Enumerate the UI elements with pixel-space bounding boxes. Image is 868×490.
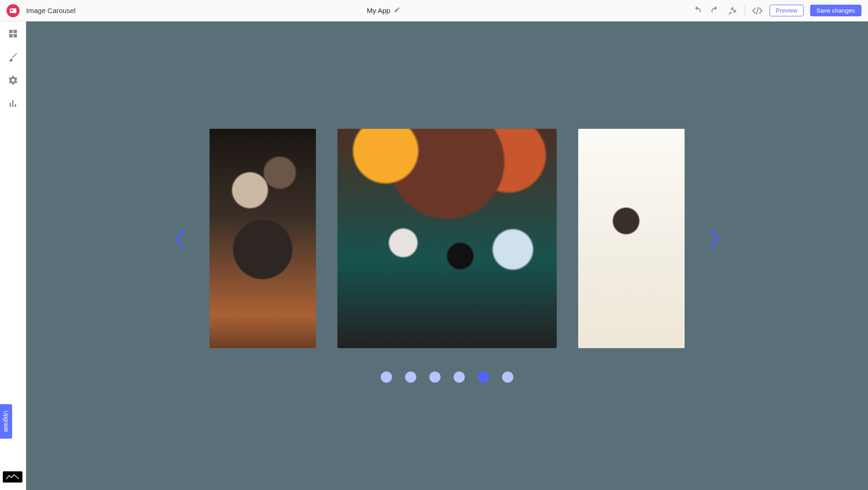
hammer-icon[interactable] — [727, 6, 738, 15]
page-title: Image Carousel — [26, 7, 76, 14]
carousel-dot-1[interactable] — [405, 371, 416, 383]
save-changes-button[interactable]: Save changes — [810, 5, 861, 16]
carousel-slide-left[interactable] — [210, 129, 316, 348]
carousel-dots — [381, 371, 513, 383]
code-icon[interactable] — [752, 5, 763, 16]
carousel-dot-4[interactable] — [478, 371, 489, 383]
carousel-prev-button[interactable] — [171, 227, 188, 250]
carousel-dot-2[interactable] — [429, 371, 441, 383]
app-icon-glyph — [10, 8, 16, 13]
upgrade-tab[interactable]: Upgrade — [0, 404, 12, 439]
app-icon[interactable] — [7, 4, 20, 17]
topbar-center: My App — [367, 7, 400, 15]
left-sidebar: Upgrade — [0, 21, 26, 490]
topbar-left: Image Carousel — [7, 4, 76, 17]
topbar: Image Carousel My App Preview Save chang… — [0, 0, 868, 21]
carousel-image — [210, 129, 316, 348]
carousel-next-button[interactable] — [706, 227, 723, 250]
redo-icon[interactable] — [709, 6, 721, 16]
carousel-dot-3[interactable] — [454, 371, 465, 383]
canvas — [26, 21, 868, 490]
main: Upgrade — [0, 21, 868, 490]
preview-button[interactable]: Preview — [770, 5, 803, 16]
brush-icon[interactable] — [7, 51, 19, 63]
pencil-icon[interactable] — [394, 7, 400, 15]
analytics-icon[interactable] — [7, 98, 19, 109]
carousel-strip — [171, 129, 723, 348]
divider — [745, 6, 745, 16]
undo-icon[interactable] — [692, 6, 703, 16]
carousel-slide-center[interactable] — [337, 129, 557, 348]
carousel-image — [578, 129, 685, 348]
gear-icon[interactable] — [7, 75, 19, 86]
layout-icon[interactable] — [7, 28, 19, 39]
carousel-image — [337, 129, 557, 348]
carousel-slide-right[interactable] — [578, 129, 685, 348]
topbar-right: Preview Save changes — [692, 5, 861, 16]
carousel-dot-0[interactable] — [381, 371, 392, 383]
carousel-dot-5[interactable] — [502, 371, 513, 383]
image-carousel — [148, 129, 746, 383]
platform-badge[interactable] — [3, 471, 22, 483]
app-name: My App — [367, 7, 390, 14]
